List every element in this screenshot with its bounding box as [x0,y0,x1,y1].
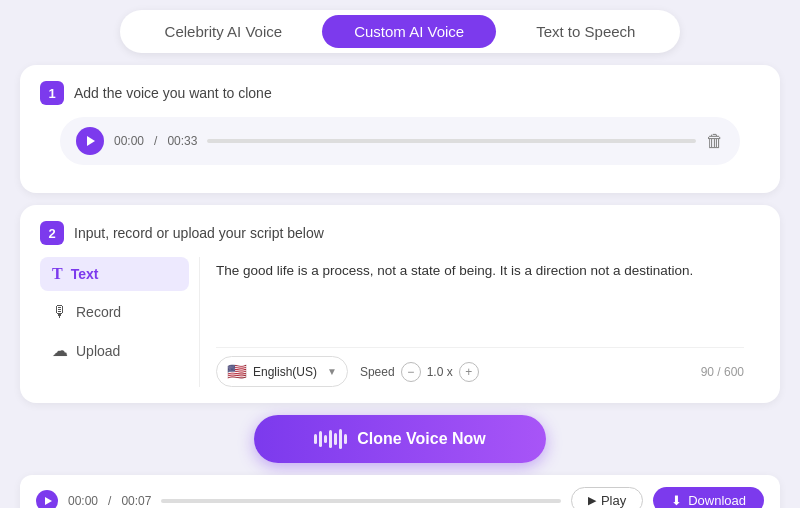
upload-icon: ☁ [52,341,68,360]
sidebar-tab-upload[interactable]: ☁ Upload [40,333,189,368]
download-label: Download [688,493,746,508]
language-select[interactable]: 🇺🇸 English(US) ▼ [216,356,348,387]
speed-increase-button[interactable]: + [459,362,479,382]
section-2-card: 2 Input, record or upload your script be… [20,205,780,403]
step-1-badge: 1 [40,81,64,105]
language-label: English(US) [253,365,317,379]
tab-custom[interactable]: Custom AI Voice [322,15,496,48]
section-2-instruction: Input, record or upload your script belo… [74,225,324,241]
controls-row: 🇺🇸 English(US) ▼ Speed − 1.0 x + 90 / 60… [216,347,744,387]
play-outline-label: Play [601,493,626,508]
progress-track-bottom[interactable] [161,499,560,503]
mic-icon: 🎙 [52,303,68,321]
time-total-1: 00:33 [167,134,197,148]
time-sep-bottom: / [108,494,111,508]
chevron-down-icon: ▼ [327,366,337,377]
play-triangle-icon: ▶ [588,494,596,507]
section-2-header: 2 Input, record or upload your script be… [40,221,760,245]
speed-value: 1.0 x [427,365,453,379]
section-1-card: 1 Add the voice you want to clone 00:00 … [20,65,780,193]
download-button[interactable]: ⬇ Download [653,487,764,508]
clone-voice-label: Clone Voice Now [357,430,486,448]
char-count: 90 / 600 [701,365,744,379]
text-icon: T [52,265,63,283]
speed-decrease-button[interactable]: − [401,362,421,382]
clone-voice-button[interactable]: Clone Voice Now [254,415,546,463]
play-icon-1 [87,136,95,146]
script-text[interactable]: The good life is a process, not a state … [216,257,744,293]
tab-bar: Celebrity AI Voice Custom AI Voice Text … [120,10,680,53]
tab-tts[interactable]: Text to Speech [504,15,667,48]
speed-control: Speed − 1.0 x + [360,362,479,382]
sidebar-tab-upload-label: Upload [76,343,120,359]
progress-track-1[interactable] [207,139,696,143]
section-1-instruction: Add the voice you want to clone [74,85,272,101]
speed-label: Speed [360,365,395,379]
script-content-area: The good life is a process, not a state … [200,257,760,387]
play-button-1[interactable] [76,127,104,155]
time-sep-1: / [154,134,157,148]
sidebar-tab-record[interactable]: 🎙 Record [40,295,189,329]
play-button-bottom[interactable] [36,490,58,509]
sidebar-tab-text[interactable]: T Text [40,257,189,291]
step-2-badge: 2 [40,221,64,245]
time-total-bottom: 00:07 [121,494,151,508]
bottom-player: 00:00 / 00:07 ▶ Play ⬇ Download [20,475,780,508]
time-label-1: 00:00 [114,134,144,148]
audio-player-1: 00:00 / 00:33 🗑 [60,117,740,165]
tab-celebrity[interactable]: Celebrity AI Voice [133,15,315,48]
download-icon: ⬇ [671,493,682,508]
sidebar-tab-record-label: Record [76,304,121,320]
time-current-bottom: 00:00 [68,494,98,508]
wave-icon [314,429,347,449]
flag-icon: 🇺🇸 [227,362,247,381]
input-mode-sidebar: T Text 🎙 Record ☁ Upload [40,257,200,387]
play-outline-button[interactable]: ▶ Play [571,487,643,508]
sidebar-tab-text-label: Text [71,266,99,282]
play-icon-bottom [45,497,52,505]
section-1-header: 1 Add the voice you want to clone [40,81,760,105]
delete-button-1[interactable]: 🗑 [706,131,724,152]
section-2-body: T Text 🎙 Record ☁ Upload The good life i… [40,257,760,387]
